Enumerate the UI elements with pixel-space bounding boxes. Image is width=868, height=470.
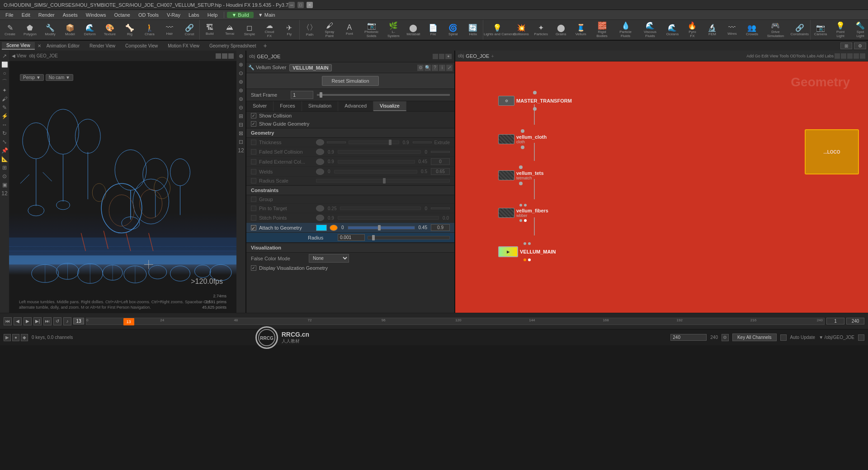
tb-photonic[interactable]: 📷Photonic Solids [359,20,383,40]
right-icon-6[interactable]: ⊜ [237,95,245,103]
tb-oceans[interactable]: 🌊Oceans [662,20,682,40]
tb-font[interactable]: AFont [340,20,359,40]
tab-composite-view[interactable]: Composite View [121,42,162,49]
pin-target-slider[interactable] [340,207,421,210]
tool-measure[interactable]: 📐 [1,155,8,163]
show-guide-checkbox[interactable]: ✓ [251,121,256,127]
tab-simulation[interactable]: Simulation [302,101,338,111]
radius-handle[interactable] [372,235,375,240]
close-button[interactable]: ✕ [307,2,313,8]
tb-vellum[interactable]: 🧵Vellum [571,20,591,40]
status-play-btn[interactable]: ▶ [4,334,11,341]
timeline-loop-btn[interactable]: ↺ [53,317,61,325]
menu-render[interactable]: Render [35,11,58,19]
right-icon-8[interactable]: ⊞ [237,113,245,120]
attach-geo-handle[interactable] [378,225,381,230]
solver-view-icon-3[interactable]: + [445,54,452,59]
thickness-slider[interactable] [349,141,399,144]
nodegraph-canvas[interactable]: Geometry ⚙ MASTER_TRA [455,61,868,313]
view-icon-3[interactable] [228,53,234,59]
right-icon-12[interactable]: 12 [237,147,245,154]
timeline-step-back-btn[interactable]: ◀ [14,317,22,325]
radius-scale-handle[interactable] [383,178,386,183]
timeline-audio-btn[interactable]: ♪ [63,317,71,325]
nocam-button[interactable]: No cam ▼ [46,74,73,81]
tool-paint[interactable]: 🖌 [1,95,8,103]
failed-self-v3[interactable] [431,151,450,153]
tab-advanced[interactable]: Advanced [338,101,373,111]
tool-ref[interactable]: ▣ [1,181,8,188]
stitch-points-checkbox[interactable] [251,215,256,221]
attach-geo-v3[interactable]: 0.9 [431,224,450,231]
tool-12[interactable]: 12 [1,190,8,197]
tb-wires[interactable]: 〰Wires [722,20,742,40]
status-keyframe-btn[interactable]: ◆ [21,334,28,341]
status-icon-2[interactable] [858,334,864,341]
tb-lsystem[interactable]: 🌿L-System [383,20,403,40]
tool-pin[interactable]: 📌 [1,147,8,154]
menu-windows[interactable]: Windows [82,11,110,19]
tb-hair[interactable]: 〰Hair [160,20,179,40]
tb-drive-sim[interactable]: 🎮Drive Simulation [762,20,789,40]
failed-external-slider[interactable] [338,160,415,164]
viewport-canvas[interactable]: Persp ▼ No cam ▼ >120.0fps 2.74ms 2,591 … [9,61,236,313]
tb-cloudfx[interactable]: ☁Cloud FX [259,20,279,40]
failed-external-v3[interactable]: 0 [431,158,450,165]
tb-particle-fluids[interactable]: 💧Particle Fluids [613,20,638,40]
pin-target-checkbox[interactable] [251,206,256,211]
tb-rig[interactable]: 🦴Rig [120,20,140,40]
node-vellum-main[interactable]: ▶ VELLUM_MAIN [498,242,556,261]
attach-geo-slider[interactable] [348,226,415,230]
timeline-play-btn[interactable]: ▶ [24,317,32,325]
menu-vray[interactable]: V-Ray [163,11,184,19]
tb-particles[interactable]: ✦Particles [531,20,551,40]
solver-help-icon[interactable]: ? [432,65,438,71]
tool-scale[interactable]: ⤡ [1,138,8,146]
tab-motion-fx[interactable]: Motion FX View [163,42,204,49]
tb-model[interactable]: 📦Model [60,20,80,40]
node-master-transform[interactable]: ⚙ MASTER_TRANSFORM [498,91,572,111]
right-icon-9[interactable]: ⊟ [237,121,245,128]
ng-icon-5[interactable] [860,53,865,59]
menu-main[interactable]: ▼ Main [255,11,279,19]
stitch-points-slider[interactable] [338,216,439,220]
tb-texture[interactable]: 🎨Texture [100,20,120,40]
timeline-start-frame[interactable] [826,318,844,324]
tb-terrai[interactable]: ⛰Terrai [220,20,240,40]
tool-box[interactable]: ⬜ [1,61,8,68]
ng-icon-1[interactable] [835,53,840,59]
thickness-v1[interactable] [327,141,346,143]
status-icon-1[interactable] [780,334,787,341]
tb-build[interactable]: 🏗Build [200,20,220,40]
timeline-end-frame[interactable] [846,318,864,324]
solver-view-icon-1[interactable] [433,54,438,59]
tb-modify[interactable]: 🔧Modify [40,20,60,40]
node-vellum-tets[interactable]: vellum_tets tetmatch [498,165,544,185]
tb-helix[interactable]: 🔄Helix [463,20,483,40]
attach-geo-checkbox[interactable]: ✓ [251,225,256,230]
radius-input[interactable] [338,234,365,241]
show-collision-checkbox[interactable]: ✓ [251,113,256,118]
right-icon-7[interactable]: ⊝ [237,104,245,111]
thickness-checkbox[interactable] [251,140,256,145]
tool-rotate[interactable]: ↻ [1,130,8,137]
tool-transform[interactable]: ↔ [1,121,8,128]
welds-slider[interactable] [334,170,418,174]
tb-camera[interactable]: 📷Camera [811,20,830,40]
tool-pose[interactable]: ⚡ [1,113,8,120]
solver-expand-icon[interactable]: ⤢ [446,65,453,71]
tool-lasso[interactable]: ⌒ [1,78,8,85]
view-icon-2[interactable] [222,53,227,59]
ng-icon-2[interactable] [841,53,846,59]
tab-geo-spreadsheet[interactable]: Geometry Spreadsheet [205,42,260,49]
key-all-channels-btn[interactable]: Key All Channels [732,334,777,341]
tb-pyrofx[interactable]: 🔥Pyro FX [682,20,702,40]
pin-target-v3[interactable] [431,207,450,209]
tb-constraints[interactable]: 🔗Constraints [789,20,810,40]
menu-assets[interactable]: Assets [59,11,81,19]
ng-icon-4[interactable] [854,53,859,59]
radius-slider[interactable] [368,236,450,240]
timeline-track[interactable]: 0 24 48 72 96 120 144 168 192 216 240 13 [86,318,825,325]
ng-icon-3[interactable] [847,53,853,59]
tb-create[interactable]: ✎Create [0,20,20,40]
